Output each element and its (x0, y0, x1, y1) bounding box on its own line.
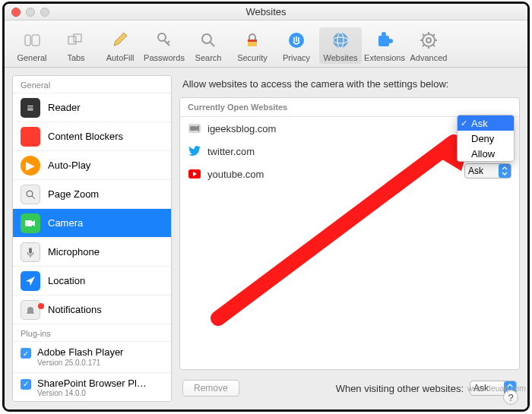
svg-rect-12 (378, 36, 389, 46)
notification-badge (38, 303, 44, 309)
plugin-item-flash[interactable]: ✓ Adobe Flash Player Version 25.0.0.171 (13, 342, 171, 373)
zoom-window-button[interactable] (40, 8, 49, 17)
stop-icon (21, 127, 40, 147)
twitter-icon (188, 144, 201, 158)
dropdown-option-ask[interactable]: Ask (458, 115, 514, 131)
switch-icon (21, 29, 43, 52)
remove-button[interactable]: Remove (182, 380, 239, 397)
permission-dropdown-menu: Ask Deny Allow (457, 115, 515, 162)
toolbar-tabs[interactable]: Tabs (55, 27, 97, 64)
sidebar-group-plugins: Plug-ins (13, 324, 171, 342)
svg-marker-17 (24, 131, 36, 143)
settings-sidebar: General ≡ Reader Content Blockers ▶ Auto… (12, 75, 172, 402)
toolbar-security[interactable]: Security (231, 27, 274, 64)
plugin-item-sharepoint[interactable]: ✓ SharePoint Browser Pl… Version 14.0.0 (13, 373, 171, 402)
svg-rect-22 (190, 126, 196, 131)
sidebar-item-notifications[interactable]: Notifications (13, 295, 171, 324)
sidebar-item-microphone[interactable]: Microphone (13, 238, 171, 267)
toolbar-privacy[interactable]: Privacy (275, 27, 318, 64)
youtube-icon (188, 167, 201, 181)
toolbar-extensions[interactable]: Extensions (363, 27, 406, 64)
checkbox-checked-icon[interactable]: ✓ (21, 348, 31, 359)
sidebar-item-page-zoom[interactable]: Page Zoom (13, 180, 171, 209)
sidebar-group-general: General (13, 76, 171, 93)
hand-icon (285, 29, 308, 52)
key-icon (153, 29, 176, 52)
svg-rect-7 (248, 40, 257, 42)
sidebar-item-reader[interactable]: ≡ Reader (13, 93, 171, 122)
sidebar-item-camera[interactable]: Camera (13, 209, 171, 238)
camera-icon (21, 213, 40, 233)
svg-rect-19 (25, 220, 32, 226)
window-titlebar: Websites (5, 4, 527, 21)
sidebar-item-auto-play[interactable]: ▶ Auto-Play (13, 151, 171, 180)
svg-point-5 (202, 34, 211, 43)
toolbar-passwords[interactable]: Passwords (143, 27, 185, 64)
site-favicon (188, 122, 201, 135)
svg-rect-2 (68, 36, 76, 44)
play-icon: ▶ (21, 156, 40, 175)
lock-icon (241, 29, 264, 52)
svg-rect-3 (74, 34, 81, 42)
main-header: Allow websites to access the camera with… (182, 78, 517, 90)
sidebar-item-location[interactable]: Location (13, 267, 171, 295)
svg-point-14 (388, 39, 393, 43)
reader-icon: ≡ (21, 98, 40, 118)
svg-point-13 (382, 32, 386, 36)
minimize-window-button[interactable] (26, 8, 35, 17)
toolbar-autofill[interactable]: AutoFill (99, 27, 141, 64)
gear-icon (417, 29, 440, 52)
globe-icon (329, 29, 352, 52)
tabs-icon (65, 29, 87, 52)
svg-point-18 (27, 191, 33, 197)
zoom-icon (21, 185, 40, 204)
permission-select-youtube[interactable]: Ask (464, 163, 511, 179)
dropdown-option-allow[interactable]: Allow (458, 146, 514, 161)
footer-label: When visiting other websites: (336, 383, 464, 394)
toolbar-websites[interactable]: Websites (319, 27, 362, 64)
svg-rect-20 (29, 248, 32, 254)
sidebar-item-content-blockers[interactable]: Content Blockers (13, 122, 171, 151)
window-title: Websites (245, 6, 286, 17)
watermark: www.deuaq.com (467, 384, 526, 393)
dropdown-option-deny[interactable]: Deny (458, 131, 514, 146)
svg-rect-0 (25, 35, 30, 46)
svg-point-16 (426, 38, 431, 43)
preferences-toolbar: General Tabs AutoFill Passwords Search S… (5, 21, 527, 68)
bell-icon (21, 300, 40, 320)
svg-point-9 (333, 33, 348, 48)
toolbar-general[interactable]: General (11, 27, 53, 64)
location-icon (21, 271, 40, 291)
search-icon (197, 29, 220, 52)
select-arrows-icon (499, 164, 511, 178)
checkbox-checked-icon[interactable]: ✓ (21, 379, 31, 390)
microphone-icon (21, 242, 40, 262)
toolbar-advanced[interactable]: Advanced (407, 27, 450, 64)
pencil-icon (109, 29, 131, 52)
websites-list: Currently Open Websites igeeksblog.com t… (179, 97, 520, 370)
close-window-button[interactable] (11, 8, 21, 17)
svg-rect-1 (32, 35, 40, 46)
puzzle-icon (373, 29, 396, 52)
toolbar-search[interactable]: Search (187, 27, 230, 64)
